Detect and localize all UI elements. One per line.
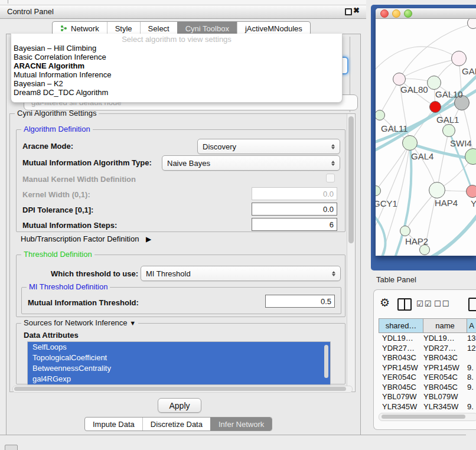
corner-button[interactable]	[5, 445, 18, 450]
table-row[interactable]: YDL19…YDL19…13	[379, 334, 476, 344]
combo-arrows-icon	[331, 161, 335, 166]
tab-style[interactable]: Style	[107, 22, 140, 35]
apply-button-label: Apply	[169, 401, 190, 410]
dpi-tolerance-label: DPI Tolerance [0,1]:	[22, 206, 93, 214]
cell: YPR145W	[379, 363, 423, 373]
attribute-item[interactable]: gal4RGexp	[28, 374, 330, 384]
algorithm-option[interactable]: Bayesian – Hill Climbing	[14, 44, 96, 53]
table-row[interactable]: YPR145WYPR145W9.	[379, 363, 476, 373]
cell: YDR27…	[379, 344, 423, 354]
network-node[interactable]	[429, 101, 441, 113]
network-node[interactable]	[402, 135, 418, 151]
dpi-tolerance-field[interactable]: 0.0	[252, 203, 337, 216]
cell: YBL079W	[379, 392, 423, 402]
close-icon[interactable]: ✖	[353, 6, 360, 15]
window-zoom-button[interactable]	[404, 9, 412, 18]
tab-network[interactable]: Network	[53, 22, 107, 35]
tab-infer-network[interactable]: Infer Network	[210, 418, 272, 431]
algorithm-option[interactable]: Bayesian – K2	[14, 79, 63, 88]
network-window-titlebar[interactable]	[376, 8, 476, 19]
table-icon-partial[interactable]	[468, 298, 476, 311]
network-node[interactable]	[376, 110, 385, 120]
algorithm-option-selected[interactable]: ARACNE Algorithm	[14, 61, 84, 70]
network-canvas[interactable]: GALGAL80GAL10GAL1GAL11SWI4GAL4GCY1HAP4YH…	[376, 19, 476, 256]
tab-cyni-toolbox-label: Cyni Toolbox	[185, 24, 229, 33]
attribute-item[interactable]: TopologicalCoefficient	[28, 353, 330, 363]
mi-type-label: Mutual Information Algorithm Type:	[22, 158, 152, 167]
table-row[interactable]: YDR27…YDR27…12	[379, 344, 476, 354]
tab-select-label: Select	[148, 24, 169, 33]
which-threshold-combo[interactable]: MI Threshold	[141, 266, 341, 281]
kernel-width-field[interactable]: 0.0	[252, 187, 337, 200]
table-row[interactable]: YLR345WYLR345W9.	[379, 402, 476, 412]
app-root: Control Panel ✖ Network Style Select Cyn…	[0, 0, 476, 450]
table-row[interactable]: YIL052CYIL052C9.	[379, 412, 476, 412]
manual-kernel-checkbox[interactable]	[326, 174, 335, 182]
table-body: YDL19…YDL19…13 YDR27…YDR27…12 YBR043CYBR…	[379, 334, 476, 412]
hub-definition-expander[interactable]: Hub/Transcription Factor Definition ▶	[21, 234, 151, 243]
aracne-mode-label: Aracne Mode:	[22, 142, 73, 151]
network-node[interactable]	[427, 76, 441, 90]
cell: YER054C	[423, 373, 467, 383]
network-node[interactable]	[442, 124, 455, 137]
table-horizontal-scrollbar[interactable]	[379, 413, 476, 421]
attribute-item[interactable]: SelfLoops	[28, 342, 330, 353]
network-node[interactable]	[467, 19, 476, 29]
hub-definition-label: Hub/Transcription Factor Definition	[21, 234, 139, 243]
column-header-shared[interactable]: shared…	[379, 318, 423, 333]
attribute-item[interactable]: BetweennessCentrality	[28, 363, 330, 374]
window-minimize-button[interactable]	[392, 9, 400, 18]
tab-network-label: Network	[71, 24, 99, 33]
split-columns-icon[interactable]	[397, 298, 412, 311]
mi-type-value: Naive Bayes	[167, 159, 210, 168]
tab-impute-data[interactable]: Impute Data	[85, 418, 142, 431]
float-window-icon[interactable]	[345, 8, 352, 15]
network-node[interactable]	[376, 185, 381, 196]
algorithm-option[interactable]: Dream8 DC_TDC Algorithm	[14, 88, 108, 97]
cell	[467, 392, 476, 402]
window-close-button[interactable]	[380, 9, 389, 18]
network-node[interactable]	[429, 182, 445, 198]
settings-horizontal-scrollbar[interactable]	[12, 386, 353, 393]
cell: YLR345W	[379, 402, 423, 412]
table-row[interactable]: YER054CYER054C8.	[379, 373, 476, 383]
network-node[interactable]	[393, 73, 406, 86]
attribute-list-scrollbar[interactable]	[324, 345, 328, 378]
apply-button[interactable]: Apply	[158, 398, 201, 413]
sources-expander[interactable]: Sources for Network Inference ▼	[21, 318, 138, 327]
control-panel-titlebar	[0, 5, 366, 19]
checked-pair-icon[interactable]: ☑☑	[416, 299, 432, 308]
which-threshold-value: MI Threshold	[146, 269, 191, 278]
gear-icon[interactable]: ⚙	[380, 296, 390, 309]
expander-right-icon: ▶	[146, 235, 151, 243]
network-node[interactable]	[465, 148, 476, 165]
mi-steps-field[interactable]: 6	[252, 218, 337, 231]
network-node[interactable]	[466, 185, 476, 198]
table-row[interactable]: YBL079WYBL079W	[379, 392, 476, 402]
column-header-name[interactable]: name	[423, 318, 467, 333]
algorithm-option[interactable]: Mutual Information Inference	[14, 70, 111, 79]
algorithm-definition-title: Algorithm Definition	[21, 125, 93, 133]
settings-vertical-scrollbar[interactable]	[347, 114, 355, 392]
tab-select[interactable]: Select	[140, 22, 177, 35]
cyni-algorithm-settings-group: Cyni Algorithm Settings Algorithm Defini…	[9, 113, 356, 392]
network-node[interactable]	[451, 51, 467, 66]
algorithm-option[interactable]: Basic Correlation Inference	[14, 53, 106, 61]
sources-group: Sources for Network Inference ▼ Data Att…	[16, 323, 345, 384]
column-header-partial[interactable]: A	[467, 318, 476, 333]
control-panel-title: Control Panel	[7, 7, 54, 16]
network-nodes-layer: GALGAL80GAL10GAL1GAL11SWI4GAL4GCY1HAP4YH…	[376, 19, 476, 256]
top-strip	[0, 0, 366, 5]
table-row[interactable]: YBR043CYBR043C	[379, 353, 476, 363]
cell: 9.	[467, 402, 476, 412]
table-row[interactable]: YBR045CYBR045C9.	[379, 383, 476, 393]
tab-discretize-data[interactable]: Discretize Data	[142, 418, 210, 431]
tab-jactivemnodules[interactable]: jActiveMNodules	[237, 22, 310, 35]
tab-cyni-toolbox[interactable]: Cyni Toolbox	[177, 22, 237, 35]
aracne-mode-combo[interactable]: Discovery	[197, 139, 340, 154]
mi-threshold-field[interactable]: 0.5	[265, 295, 335, 308]
unchecked-pair-icon[interactable]: ☐☐	[434, 299, 450, 308]
network-node[interactable]	[400, 226, 410, 236]
mi-type-combo[interactable]: Naive Bayes	[162, 155, 340, 171]
combo-arrows-icon	[332, 271, 335, 276]
